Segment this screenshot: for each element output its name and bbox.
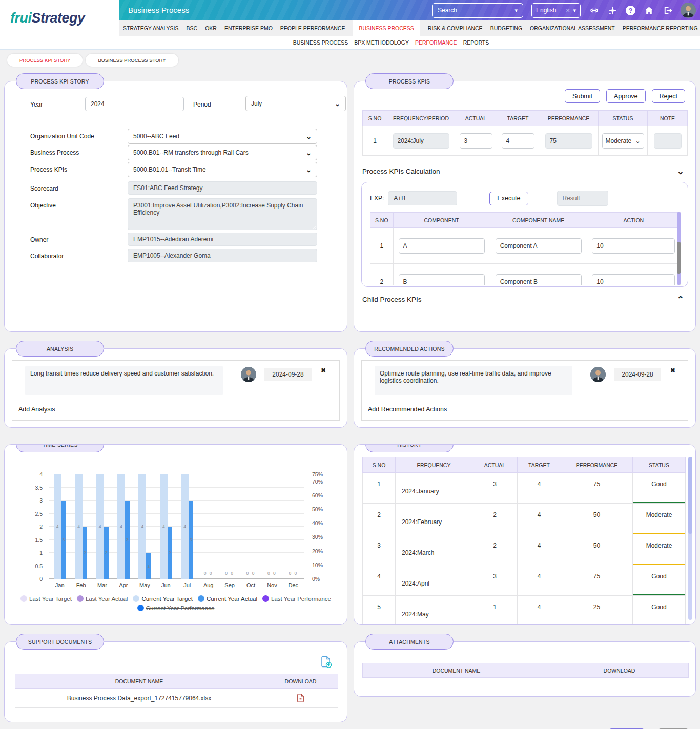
table-row: 1 Moderate⌄ — [363, 126, 688, 156]
nav-organizational-assessment[interactable]: ORGANIZATIONAL ASSESSMENT — [530, 25, 615, 31]
year-input[interactable] — [85, 97, 184, 111]
process-kpis-select[interactable]: 5000.B01.01--Transit Time⌄ — [128, 162, 317, 177]
link-icon[interactable] — [589, 5, 599, 15]
tab-process-kpi-story[interactable]: PROCESS KPI STORY — [7, 54, 83, 67]
execute-button[interactable]: Execute — [489, 192, 528, 205]
sparkles-icon[interactable] — [607, 5, 617, 15]
time-series-chart: 00.511.522.533.54 434242434142430 00 00 … — [5, 445, 347, 624]
legend-item[interactable]: Current Year Actual — [198, 595, 257, 602]
nav-risk-compliance[interactable]: RISK & COMPLIANCE — [428, 25, 483, 31]
home-icon[interactable] — [644, 5, 654, 15]
subnav-business-process[interactable]: BUSINESS PROCESS — [293, 39, 348, 46]
legend-item[interactable]: Last Year Target — [20, 595, 72, 602]
nav-strategy-analysis[interactable]: STRATEGY ANALYSIS — [123, 25, 179, 31]
subnav-performance[interactable]: PERFORMANCE — [415, 39, 457, 46]
legend-item[interactable]: Last Year Performance — [262, 595, 331, 602]
component-input[interactable] — [399, 238, 485, 254]
right-axis: 0%10%20%30%40%50%60%70%75% — [309, 474, 335, 579]
period-select[interactable]: July⌄ — [245, 96, 346, 111]
result-input[interactable] — [557, 191, 608, 206]
nav-performance-reporting[interactable]: PERFORMANCE REPORTING — [623, 25, 698, 31]
performance-input — [545, 133, 592, 149]
component-name-input[interactable] — [496, 238, 582, 254]
user-avatar[interactable] — [681, 3, 696, 18]
calc-section-header: Process KPIs Calculation ⌄ — [362, 167, 684, 176]
table-row: Business Process Data_export_17274157790… — [15, 689, 338, 708]
legend-item[interactable]: Current Year Target — [133, 595, 193, 602]
owner-label: Owner — [30, 236, 48, 243]
actual-input[interactable] — [460, 133, 492, 149]
approve-button[interactable]: Approve — [606, 89, 646, 103]
legend-item[interactable]: Current Year Performance — [137, 605, 215, 611]
nav-enterprise-pmo[interactable]: ENTERPRISE PMO — [224, 25, 273, 31]
exp-input[interactable] — [388, 191, 457, 205]
clear-language-icon[interactable]: ✕ — [566, 8, 570, 13]
objective-textarea[interactable]: P3001:Improve Asset Utilization,P3002:In… — [128, 198, 317, 230]
target-input[interactable] — [502, 133, 534, 149]
support-documents-panel: SUPPORT DOCUMENTS DOCUMENT NAME DOWNLOAD… — [4, 641, 347, 722]
col-note: NOTE — [648, 111, 688, 126]
reject-button[interactable]: Reject — [652, 89, 685, 103]
language-select[interactable]: English ✕ ▾ — [531, 3, 581, 18]
analysis-date-input[interactable] — [264, 368, 312, 381]
tab-business-process-story[interactable]: BUSINESS PROCESS STORY — [86, 54, 178, 67]
close-icon[interactable]: ✖ — [321, 367, 326, 374]
scrollbar[interactable] — [688, 457, 692, 620]
top-bar: fruiStrategy Business Process Search ▾ E… — [0, 0, 700, 20]
download-cell[interactable] — [263, 689, 338, 708]
recommended-date-input[interactable] — [614, 368, 661, 381]
note-input[interactable] — [654, 133, 682, 149]
panel-title: ATTACHMENTS — [365, 634, 454, 650]
panel-title: TIME SERIES — [16, 444, 104, 452]
chevron-down-icon: ⌄ — [335, 100, 340, 108]
calc-section-title: Process KPIs Calculation — [362, 168, 440, 175]
subnav-reports[interactable]: REPORTS — [463, 39, 489, 46]
analysis-textarea[interactable]: Long transit times reduce delivery speed… — [25, 366, 223, 395]
scrollbar[interactable] — [677, 212, 681, 285]
nav-budgeting[interactable]: BUDGETING — [490, 25, 522, 31]
component-name-input[interactable] — [496, 274, 582, 285]
col-performance: PERFORMANCE — [539, 111, 599, 126]
chevron-up-icon[interactable]: ⌃ — [677, 295, 684, 304]
business-process-label: Business Process — [30, 149, 79, 156]
analysis-panel: ANALYSIS Long transit times reduce deliv… — [4, 348, 347, 428]
action-input[interactable] — [592, 238, 675, 254]
close-icon[interactable]: ✖ — [670, 367, 675, 374]
file-download-icon[interactable] — [297, 694, 304, 701]
col-component: COMPONENT — [393, 213, 490, 228]
legend-row-1: Last Year TargetLast Year ActualCurrent … — [5, 595, 347, 602]
legend-item[interactable]: Last Year Actual — [77, 595, 128, 602]
col-sno: S.NO — [370, 213, 394, 228]
submit-button[interactable]: Submit — [565, 89, 600, 103]
app-logo[interactable]: fruiStrategy — [0, 0, 119, 36]
nav-okr[interactable]: OKR — [205, 25, 217, 31]
table-row: 22024:February2450Moderate — [363, 504, 686, 534]
search-input[interactable]: Search ▾ — [432, 3, 523, 18]
org-unit-select[interactable]: 5000--ABC Feed⌄ — [128, 129, 317, 144]
logout-icon[interactable] — [662, 5, 672, 15]
table-row: 12024:January3475Good — [363, 473, 686, 504]
action-input[interactable] — [592, 274, 675, 285]
chevron-down-icon[interactable]: ⌄ — [677, 167, 684, 176]
status-select[interactable]: Moderate⌄ — [602, 133, 644, 149]
add-analysis-link[interactable]: Add Analysis — [18, 406, 55, 413]
recommended-textarea[interactable]: Optimize route planning, use real-time t… — [375, 366, 572, 395]
nav-business-process[interactable]: BUSINESS PROCESS — [353, 20, 420, 36]
add-recommended-actions-link[interactable]: Add Recommended Actions — [368, 406, 447, 413]
subnav-bpx-methodology[interactable]: BPX METHODOLOGY — [354, 39, 409, 46]
main-content: PROCESS KPI STORY Year Period July⌄ Orga… — [0, 81, 700, 722]
panel-title: HISTORY — [365, 444, 454, 452]
author-avatar — [590, 367, 606, 382]
upload-document-icon[interactable] — [319, 655, 333, 669]
history-panel: HISTORY S.NO FREQUENCY ACTUAL TARGET PER… — [354, 444, 696, 625]
module-title: Business Process — [128, 6, 189, 14]
nav-people-performance[interactable]: PEOPLE PERFORMANCE — [280, 25, 345, 31]
help-icon[interactable]: ? — [626, 6, 635, 15]
chevron-down-icon: ⌄ — [306, 166, 312, 174]
component-input[interactable] — [399, 274, 485, 285]
chevron-down-icon: ▾ — [514, 8, 518, 13]
org-unit-label: Organization Unit Code — [30, 133, 94, 140]
chart-bars: 434242434142430 00 00 00 00 0 — [49, 474, 304, 579]
business-process-select[interactable]: 5000.B01--RM transfers through Rail Cars… — [128, 145, 317, 160]
nav-bsc[interactable]: BSC — [187, 25, 198, 31]
